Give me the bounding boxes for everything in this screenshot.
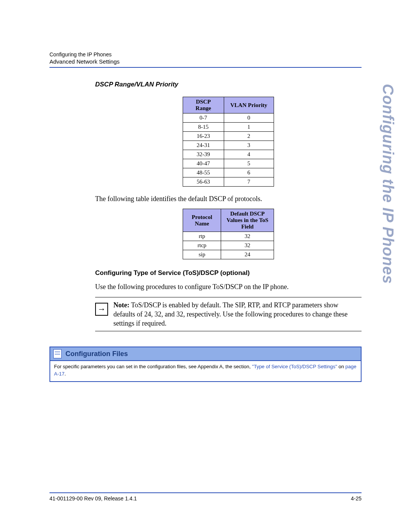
table-row: 48-556 xyxy=(183,168,274,177)
header-rule xyxy=(49,67,362,68)
note-label: Note: xyxy=(113,301,129,309)
footer: 41-001129-00 Rev 09, Release 1.4.1 4-25 xyxy=(49,492,362,502)
header-line1: Configuring the IP Phones xyxy=(49,51,362,58)
config-files-title: Configuration Files xyxy=(65,350,128,358)
note-block: → Note: ToS/DSCP is enabled by default. … xyxy=(95,297,362,332)
header-line2: Advanced Network Settings xyxy=(49,58,362,65)
footer-rule xyxy=(49,492,362,493)
note-body: ToS/DSCP is enabled by default. The SIP,… xyxy=(113,301,347,328)
table-row: 56-637 xyxy=(183,177,274,187)
table-row: rtcp32 xyxy=(183,241,274,250)
table-dscp-vlan: DSCP Range VLAN Priority 0-70 8-151 16-2… xyxy=(183,97,274,187)
table-row: 16-232 xyxy=(183,132,274,141)
config-files-header: Configuration Files xyxy=(50,347,361,361)
footer-page-number: 4-25 xyxy=(351,495,362,502)
table2-head-col1: Protocol Name xyxy=(183,209,221,232)
table1-head-col2: VLAN Priority xyxy=(224,97,274,113)
config-text-mid: on xyxy=(337,364,346,369)
para-use-procedures: Use the following procedures to configur… xyxy=(95,282,362,291)
table-protocol-dscp: Protocol Name Default DSCP Values in the… xyxy=(183,209,274,259)
config-files-body: For specific parameters you can set in t… xyxy=(50,361,361,381)
table2-head-col2: Default DSCP Values in the ToS Field xyxy=(221,209,274,232)
table1-head-col1: DSCP Range xyxy=(183,97,224,113)
config-text-post: . xyxy=(64,371,66,377)
running-header: Configuring the IP Phones Advanced Netwo… xyxy=(49,51,362,68)
document-icon xyxy=(53,349,62,358)
table-row: 0-70 xyxy=(183,113,274,123)
link-tos-dscp-settings[interactable]: "Type of Service (ToS)/DSCP Settings" xyxy=(252,364,337,369)
section-title-dscp-range: DSCP Range/VLAN Priority xyxy=(95,81,362,88)
section-title-configuring-tos: Configuring Type of Service (ToS)/DSCP (… xyxy=(95,269,362,277)
side-vertical-title: Configuring the IP Phones xyxy=(379,84,397,284)
config-files-box: Configuration Files For specific paramet… xyxy=(49,347,362,382)
footer-doc-id: 41-001129-00 Rev 09, Release 1.4.1 xyxy=(49,495,137,502)
table-row: sip24 xyxy=(183,250,274,259)
config-text-pre: For specific parameters you can set in t… xyxy=(54,364,252,369)
table-row: 40-475 xyxy=(183,159,274,168)
table-row: 8-151 xyxy=(183,123,274,132)
table-row: 32-394 xyxy=(183,150,274,159)
table-row: 24-313 xyxy=(183,141,274,150)
table-row: rtp32 xyxy=(183,232,274,241)
para-default-dscp: The following table identifies the defau… xyxy=(95,194,362,203)
note-text: Note: ToS/DSCP is enabled by default. Th… xyxy=(113,300,362,328)
arrow-icon: → xyxy=(95,303,108,316)
